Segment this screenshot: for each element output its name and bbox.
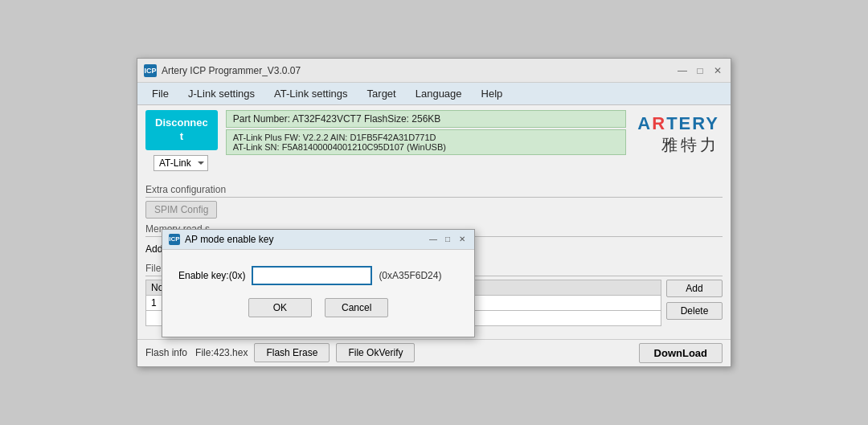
logo-chinese-text: 雅特力 [637, 134, 719, 156]
menu-atlink[interactable]: AT-Link settings [266, 85, 356, 102]
modal-title-text: AP mode enable key [185, 234, 428, 245]
enable-key-row: Enable key:(0x) (0xA35F6D24) [178, 266, 458, 285]
flash-info-label: Flash info File:423.hex [145, 347, 248, 358]
flash-info-key: Flash info [145, 347, 187, 358]
add-button[interactable]: Add [666, 280, 723, 297]
flash-erase-button[interactable]: Flash Erase [254, 343, 330, 362]
title-bar: ICP Artery ICP Programmer_V3.0.07 — □ ✕ [137, 59, 731, 83]
flash-info-value: File:423.hex [195, 347, 248, 358]
content-area: Extra configuration SPIM Config Memory r… [137, 181, 731, 339]
atlink-fw-info: AT-Link Plus FW: V2.2.2 AIN: D1FB5F42A31… [233, 133, 620, 142]
maximize-button[interactable]: □ [694, 64, 706, 77]
logo-artery-text: ARTERY [637, 113, 719, 134]
file-action-buttons: Add Delete [666, 280, 723, 322]
modal-close-button[interactable]: ✕ [457, 234, 468, 245]
toolbar: Disconnect AT-Link J-Link Part Number: A… [137, 105, 731, 181]
menu-language[interactable]: Language [407, 85, 470, 102]
extra-config-title: Extra configuration [145, 184, 723, 198]
menu-file[interactable]: File [144, 85, 177, 102]
ap-mode-dialog: ICP AP mode enable key — □ ✕ Enable key:… [162, 229, 475, 337]
menu-bar: File J-Link settings AT-Link settings Ta… [137, 83, 731, 105]
close-button[interactable]: ✕ [711, 64, 724, 77]
extra-config-row: SPIM Config [145, 201, 723, 219]
window-title: Artery ICP Programmer_V3.0.07 [162, 65, 676, 76]
enable-key-input[interactable] [252, 266, 372, 285]
download-button[interactable]: DownLoad [639, 343, 723, 363]
modal-cancel-button[interactable]: Cancel [325, 298, 388, 317]
bottom-bar: Flash info File:423.hex Flash Erase File… [137, 339, 731, 366]
delete-button[interactable]: Delete [666, 302, 723, 320]
atlink-sn-info: AT-Link SN: F5A81400004001210C95D107 (Wi… [233, 142, 620, 152]
link-type-select[interactable]: AT-Link J-Link [154, 155, 208, 171]
main-window: ICP Artery ICP Programmer_V3.0.07 — □ ✕ … [137, 58, 731, 367]
app-icon: ICP [144, 64, 157, 77]
device-info-row2: AT-Link Plus FW: V2.2.2 AIN: D1FB5F42A31… [226, 129, 627, 155]
enable-key-hint: (0xA35F6D24) [379, 270, 441, 281]
window-controls: — □ ✕ [676, 64, 724, 77]
menu-help[interactable]: Help [473, 85, 511, 102]
modal-maximize-button[interactable]: □ [442, 234, 453, 245]
minimize-button[interactable]: — [676, 64, 689, 77]
modal-icon: ICP [169, 234, 180, 245]
modal-title-controls: — □ ✕ [428, 234, 468, 245]
menu-jlink[interactable]: J-Link settings [180, 85, 263, 102]
disconnect-button[interactable]: Disconnect [145, 110, 218, 150]
file-verify-button[interactable]: File OkVerify [336, 343, 415, 362]
modal-buttons: OK Cancel [178, 298, 458, 329]
enable-key-label: Enable key:(0x) [178, 270, 245, 281]
menu-target[interactable]: Target [359, 85, 404, 102]
modal-body: Enable key:(0x) (0xA35F6D24) OK Cancel [162, 250, 474, 337]
modal-title-bar: ICP AP mode enable key — □ ✕ [162, 230, 474, 250]
spim-config-button: SPIM Config [145, 201, 217, 219]
device-info-row1: Part Number: AT32F423VCT7 FlashSize: 256… [226, 110, 627, 128]
modal-ok-button[interactable]: OK [248, 298, 312, 317]
device-info-panel: Part Number: AT32F423VCT7 FlashSize: 256… [226, 110, 627, 155]
link-type-selector: AT-Link J-Link [145, 153, 216, 176]
modal-minimize-button[interactable]: — [428, 234, 439, 245]
logo-area: ARTERY 雅特力 [634, 110, 723, 159]
